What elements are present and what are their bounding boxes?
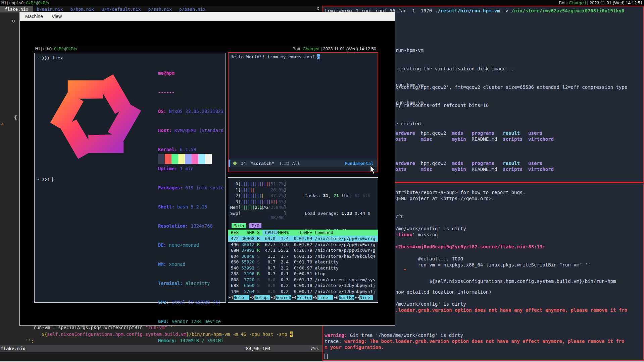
fkey-label[interactable]: Filter bbox=[297, 295, 312, 300]
dir-entry: scripts bbox=[503, 136, 528, 142]
palette-swatch bbox=[192, 159, 198, 164]
cpu: 0.7 bbox=[260, 265, 276, 270]
tab-io[interactable]: I/O bbox=[249, 223, 261, 228]
neofetch-entry: Resolution: 1024x768 bbox=[158, 223, 224, 229]
time: 0:00.18 bbox=[289, 283, 312, 288]
table-row[interactable]: 288 3196 R 0.7 0.1 0:00.51 htop bbox=[228, 271, 378, 277]
time: 0:01.17 bbox=[289, 277, 312, 282]
terminal-text: ' missing bbox=[412, 232, 438, 237]
time: 0:26.79 bbox=[289, 248, 312, 253]
emacs-window[interactable]: Hello World!! from my emacs config 34 *s… bbox=[228, 52, 378, 172]
nf-label: DE: bbox=[158, 242, 166, 248]
shr: 53992 bbox=[239, 265, 254, 270]
mem: 55.2 bbox=[276, 248, 289, 253]
error-location-line: c2bcsm4xmj0vd0capi9q2yc0yzl87-source/fla… bbox=[395, 244, 545, 250]
tab-bash-nix[interactable]: p/bash.nix bbox=[176, 6, 209, 12]
separator: | bbox=[41, 46, 43, 51]
palette-swatch bbox=[171, 159, 178, 164]
fkey-label[interactable]: Tree bbox=[317, 295, 333, 300]
table-row[interactable]: 688 6560 S 0.0 0.2 0:00.18 /nix/store/12… bbox=[228, 283, 378, 289]
tab-main[interactable]: Main bbox=[232, 223, 246, 228]
meter-bars: |||| bbox=[241, 187, 250, 192]
fkey[interactable]: F3 bbox=[270, 295, 276, 300]
tab-flake-nix[interactable]: flake.nix bbox=[0, 6, 33, 12]
tab-ssh-nix[interactable]: p/ssh.nix bbox=[145, 6, 176, 12]
cpu: 47.1 bbox=[260, 248, 276, 253]
net-iface: enp1s0: bbox=[9, 0, 25, 5]
tasks-line: Tasks: 31, 71 thr, 82 kth bbox=[305, 193, 370, 199]
tab-default-nix[interactable]: u/m/default.nix bbox=[98, 6, 144, 12]
terminal-line: -linux' missing bbox=[395, 232, 438, 238]
neofetch-entry: Kernel: 6.1.59 bbox=[158, 146, 224, 153]
fkey[interactable]: F2 bbox=[249, 295, 255, 300]
process-table: 472 30468 R 69.0 1.4 0:01.04 /nix/store/… bbox=[228, 236, 378, 294]
command: /nix/store/12bynbp6y51j bbox=[312, 283, 376, 288]
vm-display[interactable]: HI | eth0: 0kB/s|0kB/s Batt: Charged | 2… bbox=[34, 45, 378, 303]
table-row[interactable]: 496 30612 R 67.7 1.6 0:01.02 /nix/store/… bbox=[228, 242, 378, 248]
table-row[interactable]: 660 55920 S 0.7 2.4 0:01.79 alacritty bbox=[228, 259, 378, 265]
process-table-header[interactable]: RES SHR S CPU%▽MEM% TIME+ Command bbox=[228, 230, 378, 236]
menu-view[interactable]: View bbox=[52, 14, 62, 19]
clock: 2023-11-01 (Wed) 14:12:51 bbox=[589, 0, 643, 5]
fkey[interactable]: F4 bbox=[291, 295, 297, 300]
cpu-meter-0: 0[|||||||||||||51.7%] bbox=[230, 181, 286, 187]
nf-value: 1 min bbox=[177, 166, 194, 171]
vm-net-rx: 0kB/s bbox=[54, 46, 65, 51]
close-icon[interactable]: X bbox=[316, 6, 319, 11]
res: 688 bbox=[228, 283, 239, 288]
fkey[interactable]: F5 bbox=[312, 295, 318, 300]
vm-net-iface: eth0: bbox=[43, 46, 53, 51]
terminal-line: creating the virtualisation disk image..… bbox=[395, 66, 627, 72]
menu-machine[interactable]: Machine bbox=[25, 14, 43, 19]
palette-swatch bbox=[178, 159, 185, 164]
sort-column[interactable]: CPU%▽ bbox=[262, 230, 278, 235]
fkey[interactable]: F6 bbox=[333, 295, 339, 300]
palette-swatch bbox=[205, 159, 212, 164]
tab-main-nix[interactable]: b/main.nix bbox=[33, 6, 66, 12]
state: R bbox=[254, 236, 260, 241]
htop-window[interactable]: 0[|||||||||||||51.7%] 1[||||||26.0%] 2[|… bbox=[228, 177, 378, 303]
dir-entry: programs bbox=[472, 130, 503, 136]
vm-terminal-window[interactable]: ~ ❯❯❯ flex bbox=[34, 53, 226, 303]
mem: 1.6 bbox=[276, 242, 289, 247]
neofetch-entry: Uptime: 1 min bbox=[158, 166, 224, 172]
table-row[interactable]: 140 5764 S 0.0 0.2 0:00.17 /nix/store/12… bbox=[228, 289, 378, 295]
table-row[interactable]: 68M 37892 R 47.1 55.2 0:26.79 /nix/store… bbox=[228, 247, 378, 253]
terminal-line: how detailed location information) bbox=[395, 289, 492, 295]
load-rest: 0.44 0 bbox=[352, 211, 370, 216]
meter-percent: 26.0% bbox=[270, 187, 284, 193]
arrow: -> bbox=[500, 8, 511, 13]
neofetch-entry: Shell: bash 5.2.15 bbox=[158, 204, 224, 210]
fkey[interactable]: F7 bbox=[354, 295, 360, 300]
mem: 2.4 bbox=[276, 259, 289, 264]
fkey-label[interactable]: Nice bbox=[359, 295, 370, 300]
net-tx: 0kB/s bbox=[38, 0, 49, 5]
nf-value: xmonad bbox=[166, 261, 185, 267]
fkey-label[interactable]: Setup bbox=[254, 295, 270, 300]
state: S bbox=[254, 265, 260, 270]
net-rx: 0kB/s bbox=[26, 0, 37, 5]
shr: 7720 bbox=[239, 277, 254, 282]
code-fragment: o bbox=[12, 18, 15, 23]
tab-hpm-nix[interactable]: b/hpm.nix bbox=[67, 6, 98, 12]
dir-entry: mybin bbox=[452, 166, 472, 172]
fkey-label[interactable]: SortBy bbox=[339, 295, 354, 300]
nf-value: 1420MiB / 3931Mi bbox=[177, 338, 224, 343]
table-row[interactable]: 808 7720 S 0.0 0.3 0:01.17 /run/current-… bbox=[228, 277, 378, 283]
vm-status-bar: HI | eth0: 0kB/s|0kB/s Batt: Charged | 2… bbox=[34, 45, 378, 52]
fkey-label[interactable]: Search bbox=[276, 295, 291, 300]
fkey-label[interactable]: Help bbox=[234, 295, 249, 300]
memory-meter: Mem[||||||||||2.37G/3.84G] bbox=[230, 204, 286, 210]
fkey[interactable]: F1 bbox=[228, 295, 234, 300]
cpu: 0.7 bbox=[260, 259, 276, 264]
table-row[interactable]: 540 53992 S 0.7 2.2 0:00.97 alacritty bbox=[228, 265, 378, 271]
qemu-vm-window[interactable]: Machine View HI | eth0: 0kB/s|0kB/s Batt… bbox=[19, 12, 395, 326]
dir-entry: ardware bbox=[395, 130, 421, 136]
terminal-line: e created. bbox=[395, 121, 627, 127]
meter-label: 3 bbox=[230, 199, 238, 204]
table-row[interactable]: 472 30468 R 69.0 1.4 0:01.04 /nix/store/… bbox=[228, 236, 378, 242]
res: 804 bbox=[228, 254, 239, 259]
table-row[interactable]: 804 36848 S 1.3 1.7 0:01.15 /nix/store/h… bbox=[228, 253, 378, 259]
terminal-line: run-hpm-vm bbox=[395, 47, 627, 53]
state: S bbox=[254, 277, 260, 282]
